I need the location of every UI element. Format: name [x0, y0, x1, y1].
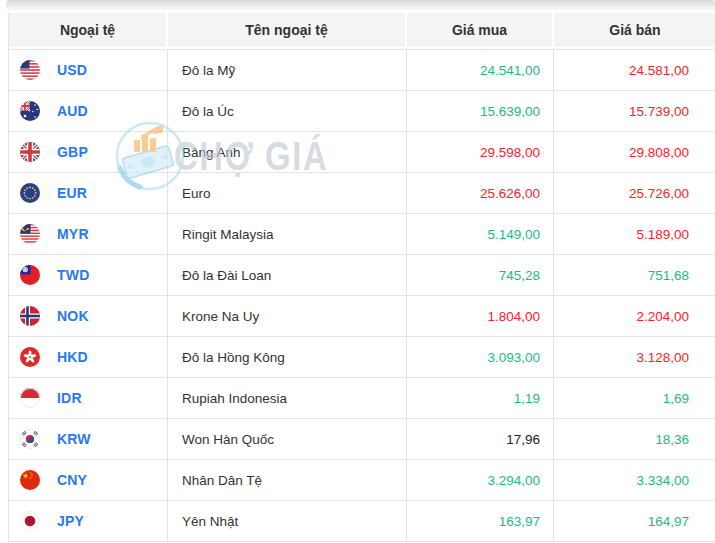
- currency-code[interactable]: NOK: [57, 308, 89, 324]
- currency-code[interactable]: CNY: [57, 472, 87, 488]
- nok-flag-icon: [20, 306, 40, 326]
- currency-name: Krone Na Uy: [182, 309, 259, 324]
- currency-code[interactable]: TWD: [57, 267, 89, 283]
- sell-price: 29.808,00: [629, 145, 689, 160]
- twd-flag-icon: [20, 265, 40, 285]
- sell-price: 24.581,00: [629, 63, 689, 78]
- currency-name: Đô la Hồng Kông: [182, 350, 285, 365]
- currency-name: Đô la Đài Loan: [182, 268, 271, 283]
- aud-flag-icon: [20, 101, 40, 121]
- currency-code[interactable]: GBP: [57, 144, 88, 160]
- sell-price: 15.739,00: [629, 104, 689, 119]
- col-header-buy: Giá mua: [407, 13, 554, 47]
- currency-name: Đô la Úc: [182, 104, 234, 119]
- currency-code[interactable]: EUR: [57, 185, 87, 201]
- table-row[interactable]: HKD Đô la Hồng Kông 3.093,00 3.128,00: [9, 337, 715, 378]
- buy-price: 1,19: [514, 391, 540, 406]
- currency-code[interactable]: JPY: [57, 513, 84, 529]
- buy-price: 17,96: [506, 432, 540, 447]
- table-row[interactable]: JPY Yên Nhật 163,97 164,97: [9, 501, 715, 542]
- idr-flag-icon: [20, 388, 40, 408]
- currency-name: Euro: [182, 186, 211, 201]
- myr-flag-icon: [20, 224, 40, 244]
- currency-exchange-rate-page: Ngoại tệ Tên ngoại tệ Giá mua Giá bán US…: [0, 0, 715, 543]
- buy-price: 24.541,00: [480, 63, 540, 78]
- col-header-currency: Ngoại tệ: [9, 13, 168, 47]
- table-row[interactable]: USD Đô la Mỹ 24.541,00 24.581,00: [9, 50, 715, 91]
- currency-code[interactable]: HKD: [57, 349, 88, 365]
- col-header-name: Tên ngoại tệ: [168, 13, 407, 47]
- eur-flag-icon: [20, 183, 40, 203]
- sell-price: 25.726,00: [629, 186, 689, 201]
- currency-name: Bảng Anh: [182, 145, 241, 160]
- currency-name: Ringit Malaysia: [182, 227, 274, 242]
- table-row[interactable]: NOK Krone Na Uy 1.804,00 2.204,00: [9, 296, 715, 337]
- table-header: Ngoại tệ Tên ngoại tệ Giá mua Giá bán: [9, 13, 715, 47]
- sell-price: 5.189,00: [636, 227, 689, 242]
- buy-price: 3.294,00: [487, 473, 540, 488]
- sell-price: 3.128,00: [636, 350, 689, 365]
- buy-price: 745,28: [499, 268, 540, 283]
- krw-flag-icon: [20, 429, 40, 449]
- buy-price: 15.639,00: [480, 104, 540, 119]
- currency-name: Rupiah Indonesia: [182, 391, 287, 406]
- exchange-rate-table: Ngoại tệ Tên ngoại tệ Giá mua Giá bán US…: [8, 13, 715, 542]
- currency-name: Nhân Dân Tệ: [182, 473, 262, 488]
- table-row[interactable]: KRW Won Hàn Quốc 17,96 18,36: [9, 419, 715, 460]
- currency-name: Đô la Mỹ: [182, 63, 235, 78]
- buy-price: 29.598,00: [480, 145, 540, 160]
- table-row[interactable]: IDR Rupiah Indonesia 1,19 1,69: [9, 378, 715, 419]
- top-divider: [6, 0, 715, 11]
- currency-code[interactable]: USD: [57, 62, 87, 78]
- col-header-sell: Giá bán: [554, 13, 715, 47]
- sell-price: 3.334,00: [636, 473, 689, 488]
- table-row[interactable]: CNY Nhân Dân Tệ 3.294,00 3.334,00: [9, 460, 715, 501]
- currency-name: Won Hàn Quốc: [182, 432, 274, 447]
- sell-price: 18,36: [655, 432, 689, 447]
- hkd-flag-icon: [20, 347, 40, 367]
- currency-code[interactable]: MYR: [57, 226, 89, 242]
- sell-price: 751,68: [648, 268, 689, 283]
- sell-price: 1,69: [663, 391, 689, 406]
- table-row[interactable]: MYR Ringit Malaysia 5.149,00 5.189,00: [9, 214, 715, 255]
- table-row[interactable]: TWD Đô la Đài Loan 745,28 751,68: [9, 255, 715, 296]
- buy-price: 5.149,00: [487, 227, 540, 242]
- buy-price: 1.804,00: [487, 309, 540, 324]
- table-row[interactable]: AUD Đô la Úc 15.639,00 15.739,00: [9, 91, 715, 132]
- buy-price: 25.626,00: [480, 186, 540, 201]
- table-body: USD Đô la Mỹ 24.541,00 24.581,00 AUD Đô …: [9, 49, 715, 542]
- currency-code[interactable]: AUD: [57, 103, 88, 119]
- jpy-flag-icon: [20, 511, 40, 531]
- usd-flag-icon: [20, 60, 40, 80]
- currency-name: Yên Nhật: [182, 514, 238, 529]
- buy-price: 3.093,00: [487, 350, 540, 365]
- currency-code[interactable]: KRW: [57, 431, 91, 447]
- sell-price: 164,97: [648, 514, 689, 529]
- gbp-flag-icon: [20, 142, 40, 162]
- buy-price: 163,97: [499, 514, 540, 529]
- currency-code[interactable]: IDR: [57, 390, 82, 406]
- cny-flag-icon: [20, 470, 40, 490]
- table-row[interactable]: GBP Bảng Anh 29.598,00 29.808,00: [9, 132, 715, 173]
- table-row[interactable]: EUR Euro 25.626,00 25.726,00: [9, 173, 715, 214]
- sell-price: 2.204,00: [636, 309, 689, 324]
